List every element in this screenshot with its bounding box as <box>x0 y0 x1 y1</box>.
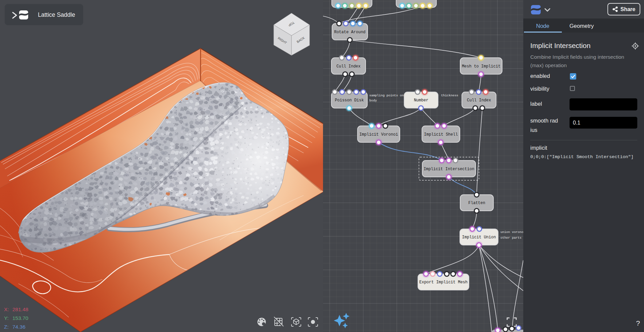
svg-text:Cull Index: Cull Index <box>336 64 361 69</box>
svg-text:Poisson Disk: Poisson Disk <box>335 98 364 103</box>
svg-text:Cull Index: Cull Index <box>467 98 491 103</box>
svg-text:281.48: 281.48 <box>12 306 28 312</box>
svg-text:Number: Number <box>414 98 428 103</box>
svg-text:body: body <box>369 99 377 102</box>
svg-text:Mesh to Implicit: Mesh to Implicit <box>462 64 500 69</box>
svg-text:Lattice Saddle: Lattice Saddle <box>38 11 75 18</box>
svg-text:union voronoi: union voronoi <box>500 230 523 234</box>
svg-text:X:: X: <box>4 306 9 312</box>
svg-text:Implicit Voronoi: Implicit Voronoi <box>359 132 398 137</box>
svg-text:Implicit Union: Implicit Union <box>462 235 496 240</box>
svg-text:Z:: Z: <box>4 324 9 330</box>
svg-text:Implicit Intersection: Implicit Intersection <box>424 167 474 172</box>
svg-text:153.70: 153.70 <box>12 315 29 321</box>
svg-text:Flatten: Flatten <box>468 201 485 205</box>
svg-text:Export Implicit Mesh: Export Implicit Mesh <box>419 280 468 285</box>
svg-text:Rotate Around: Rotate Around <box>334 30 366 35</box>
svg-text:Implicit Shell: Implicit Shell <box>424 132 458 137</box>
svg-text:other parts: other parts <box>500 236 522 240</box>
svg-text:sampling points on: sampling points on <box>369 94 404 97</box>
svg-text:thickness: thickness <box>441 94 458 97</box>
svg-text:74.36: 74.36 <box>12 324 25 330</box>
svg-text:Y:: Y: <box>4 315 9 321</box>
